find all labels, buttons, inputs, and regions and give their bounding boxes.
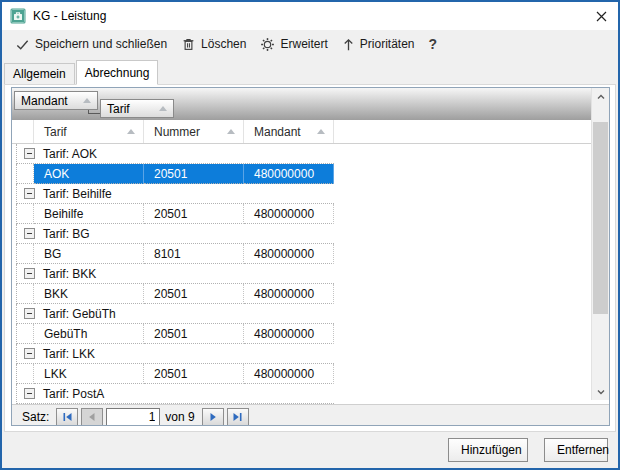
toolbar-button-speichern-und-schlie-en[interactable]: Speichern und schließen (8, 34, 174, 55)
cell-mandant: 480000000 (244, 324, 334, 344)
app-icon (10, 8, 26, 24)
row-indent-cell (17, 324, 34, 344)
group-row-body: Tarif: Beihilfe (17, 184, 334, 204)
group-row[interactable]: Tarif: AOK (12, 144, 591, 164)
toolbar-button-label: Prioritäten (360, 37, 415, 51)
row-filler (334, 344, 591, 364)
toolbar-button-erweitert[interactable]: Erweitert (253, 34, 334, 55)
group-row[interactable]: Tarif: BG (12, 224, 591, 244)
previous-record-button[interactable] (81, 408, 103, 426)
group-row-body: Tarif: AOK (17, 144, 334, 164)
record-navigator: Satz: von 9 (12, 404, 609, 426)
group-by-panel[interactable]: MandantTarif (12, 88, 591, 120)
tab-abrechnung[interactable]: Abrechnung (76, 60, 159, 85)
row-filler (334, 364, 591, 384)
gear-icon (260, 37, 275, 52)
tab-strip: AllgemeinAbrechnung (2, 58, 618, 84)
toolbar-button-priorit-ten[interactable]: Prioritäten (335, 34, 422, 55)
row-filler (334, 204, 591, 224)
toolbar-button-label: Löschen (201, 37, 246, 51)
group-by-button-tarif[interactable]: Tarif (100, 99, 174, 118)
record-navigator-label: Satz: (22, 410, 49, 424)
scroll-up-button[interactable] (592, 88, 609, 105)
row-filler (334, 304, 591, 324)
table-row[interactable]: AOK20501480000000 (12, 164, 591, 184)
collapse-minus-icon[interactable] (24, 348, 35, 359)
close-button[interactable] (584, 2, 618, 30)
cell-mandant: 480000000 (244, 164, 334, 184)
collapse-minus-icon[interactable] (24, 228, 35, 239)
window-title: KG - Leistung (33, 9, 106, 23)
row-filler (334, 384, 591, 404)
collapse-minus-icon[interactable] (24, 388, 35, 399)
row-filler (334, 144, 591, 164)
group-row-label: Tarif: BG (43, 227, 90, 241)
cell-mandant: 480000000 (244, 204, 334, 224)
group-row[interactable]: Tarif: GebüTh (12, 304, 591, 324)
toolbar-button-label: Erweitert (280, 37, 327, 51)
check-icon (15, 37, 30, 52)
last-record-button[interactable] (227, 408, 249, 426)
tab-allgemein[interactable]: Allgemein (4, 63, 75, 84)
group-row[interactable]: Tarif: PostA (12, 384, 591, 404)
row-filler (334, 244, 591, 264)
column-header-mandant[interactable]: Mandant (244, 120, 334, 143)
record-number-input[interactable] (106, 408, 160, 426)
table-row[interactable]: BKK20501480000000 (12, 284, 591, 304)
scroll-down-button[interactable] (592, 383, 609, 400)
column-header-nummer[interactable]: Nummer (144, 120, 244, 143)
collapse-minus-icon[interactable] (24, 268, 35, 279)
table-row[interactable]: Beihilfe20501480000000 (12, 204, 591, 224)
collapse-minus-icon[interactable] (24, 148, 35, 159)
row-filler (334, 164, 591, 184)
vertical-scrollbar[interactable] (591, 88, 609, 400)
tab-page-abrechnung: MandantTarif TarifNummerMandant Tarif: A… (4, 84, 616, 432)
column-header-tarif[interactable]: Tarif (34, 120, 144, 143)
group-row[interactable]: Tarif: BKK (12, 264, 591, 284)
group-row-body: Tarif: BG (17, 224, 334, 244)
toolbar-button-label: Speichern und schließen (35, 37, 167, 51)
cell-nummer: 20501 (144, 284, 244, 304)
group-row[interactable]: Tarif: LKK (12, 344, 591, 364)
help-icon: ? (429, 36, 438, 52)
group-row-body: Tarif: GebüTh (17, 304, 334, 324)
row-indent-cell (17, 284, 34, 304)
group-by-button-mandant[interactable]: Mandant (14, 91, 98, 110)
remove-button[interactable]: Entfernen (544, 438, 608, 462)
toolbar-button-l-schen[interactable]: Löschen (174, 34, 253, 55)
cell-nummer: 20501 (144, 164, 244, 184)
row-indent-cell (17, 204, 34, 224)
cell-tarif: BKK (34, 284, 144, 304)
cell-nummer: 20501 (144, 204, 244, 224)
header-gutter (12, 120, 34, 143)
collapse-minus-icon[interactable] (24, 308, 35, 319)
row-indent-cell (17, 364, 34, 384)
cell-tarif: GebüTh (34, 324, 144, 344)
cell-nummer: 20501 (144, 324, 244, 344)
group-row[interactable]: Tarif: Beihilfe (12, 184, 591, 204)
table-row[interactable]: GebüTh20501480000000 (12, 324, 591, 344)
sort-ascending-icon (227, 129, 235, 134)
record-count-label: von 9 (165, 410, 194, 424)
group-row-label: Tarif: AOK (43, 147, 97, 161)
table-row[interactable]: LKK20501480000000 (12, 364, 591, 384)
row-indent-cell (17, 244, 34, 264)
group-row-label: Tarif: Beihilfe (43, 187, 112, 201)
next-record-button[interactable] (202, 408, 224, 426)
table-row[interactable]: BG8101480000000 (12, 244, 591, 264)
group-row-label: Tarif: PostA (43, 387, 104, 401)
cell-tarif: BG (34, 244, 144, 264)
column-header-label: Mandant (254, 125, 301, 139)
scrollbar-thumb[interactable] (593, 122, 608, 314)
first-record-button[interactable] (56, 408, 78, 426)
cell-tarif: LKK (34, 364, 144, 384)
cell-tarif: AOK (34, 164, 144, 184)
collapse-minus-icon[interactable] (24, 188, 35, 199)
row-filler (334, 324, 591, 344)
toolbar: Speichern und schließenLöschenErweitertP… (2, 30, 618, 58)
sort-ascending-icon (159, 106, 167, 111)
column-header-row: TarifNummerMandant (12, 120, 591, 144)
cell-nummer: 8101 (144, 244, 244, 264)
toolbar-button-[interactable]: ? (422, 33, 445, 55)
add-button[interactable]: Hinzufügen (448, 438, 528, 462)
